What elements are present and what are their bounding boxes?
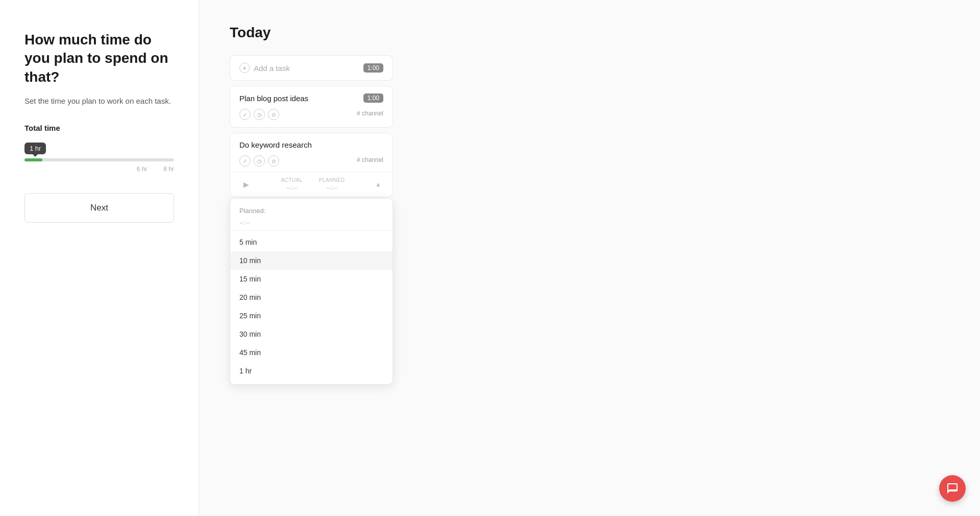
add-task-time-badge: 1:00 (363, 63, 383, 73)
task1-time-badge: 1:00 (363, 93, 383, 103)
task2-card-bottom: ▶ ACTUAL --:-- PLANNED --:-- ▲ (230, 172, 393, 197)
check-icon[interactable]: ✓ (239, 109, 251, 120)
calendar-icon[interactable]: ◷ (254, 109, 265, 120)
chat-button[interactable] (939, 475, 966, 502)
add-task-card[interactable]: + Add a task 1:00 (230, 55, 393, 81)
dropdown-item-25min[interactable]: 25 min (230, 307, 393, 325)
chevron-up-icon[interactable]: ▲ (373, 179, 383, 190)
dropdown-item-5min[interactable]: 5 min (230, 233, 393, 251)
task1-header: Plan blog post ideas 1:00 (239, 93, 383, 103)
next-button[interactable]: Next (24, 193, 174, 223)
main-heading: How much time do you plan to spend on th… (24, 31, 174, 86)
actual-label: ACTUAL (281, 177, 302, 183)
slider-container[interactable]: 1 hr 6 hr 8 hr (24, 143, 174, 173)
task2-bottom-row: ✓ ◷ ⊙ # channel (239, 153, 383, 167)
dropdown-item-15min[interactable]: 15 min (230, 270, 393, 288)
task1-icons: ✓ ◷ ⊙ (239, 109, 279, 120)
play-icon[interactable]: ▶ (239, 178, 253, 191)
actual-planned-cols: ACTUAL --:-- PLANNED --:-- (281, 177, 345, 192)
actual-col: ACTUAL --:-- (281, 177, 302, 192)
task2-channel: # channel (357, 156, 383, 163)
task2-header: Do keyword research (239, 140, 383, 149)
dropdown-item-45min[interactable]: 45 min (230, 343, 393, 362)
dropdown-item-1hr[interactable]: 1 hr (230, 362, 393, 380)
task2-title: Do keyword research (239, 140, 312, 149)
slider-mark-6hr: 6 hr (137, 166, 148, 173)
slider-fill (24, 158, 42, 161)
actual-value: --:-- (281, 184, 302, 192)
task1-title: Plan blog post ideas (239, 94, 308, 103)
task1-bottom: ✓ ◷ ⊙ # channel (239, 107, 383, 120)
sub-text: Set the time you plan to work on each ta… (24, 96, 174, 107)
planned-label: PLANNED (319, 177, 345, 183)
add-task-text: Add a task (254, 64, 290, 73)
task2-dropdown-container: Do keyword research ✓ ◷ ⊙ # channel ▶ AC… (230, 133, 393, 385)
task-card-2: Do keyword research ✓ ◷ ⊙ # channel ▶ AC… (230, 133, 393, 197)
slider-mark-8hr: 8 hr (163, 166, 174, 173)
left-panel: How much time do you plan to spend on th… (0, 0, 199, 516)
task-add-left: + Add a task (239, 63, 290, 73)
slider-tooltip: 1 hr (24, 143, 46, 154)
dropdown-item-20min[interactable]: 20 min (230, 288, 393, 307)
dropdown-dashes: --:-- (230, 217, 393, 231)
dropdown-item-10min[interactable]: 10 min (230, 251, 393, 270)
calendar-icon-2[interactable]: ◷ (254, 155, 265, 167)
task2-top: Do keyword research ✓ ◷ ⊙ # channel (230, 133, 393, 172)
task2-icons: ✓ ◷ ⊙ (239, 155, 279, 167)
task-card-1: Plan blog post ideas 1:00 ✓ ◷ ⊙ # channe… (230, 86, 393, 128)
plus-icon: + (239, 63, 250, 73)
planned-time-dropdown: Planned: --:-- 5 min 10 min 15 min 20 mi… (230, 198, 393, 385)
dropdown-item-30min[interactable]: 30 min (230, 325, 393, 343)
right-panel: Today + Add a task 1:00 Plan blog post i… (199, 0, 980, 516)
planned-value: --:-- (319, 184, 345, 192)
slider-labels: 6 hr 8 hr (24, 166, 174, 173)
task-add-row: + Add a task 1:00 (239, 63, 383, 73)
check-icon-2[interactable]: ✓ (239, 155, 251, 167)
chat-icon (946, 482, 959, 495)
clock-icon[interactable]: ⊙ (268, 109, 279, 120)
planned-col[interactable]: PLANNED --:-- (319, 177, 345, 192)
slider-track[interactable] (24, 158, 174, 161)
page-title: Today (230, 25, 949, 41)
task1-channel: # channel (357, 110, 383, 117)
clock-icon-2[interactable]: ⊙ (268, 155, 279, 167)
total-time-label: Total time (24, 124, 174, 132)
dropdown-planned-label: Planned: (230, 203, 393, 217)
